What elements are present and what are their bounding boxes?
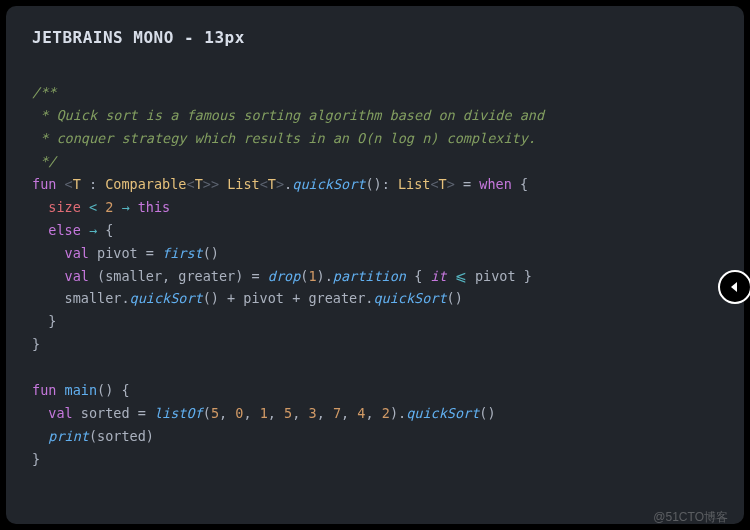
kw-fun: fun: [32, 176, 56, 192]
fn-main: main: [65, 382, 98, 398]
triangle-left-icon: [729, 281, 741, 293]
side-collapse-button[interactable]: [718, 270, 750, 304]
watermark: @51CTO博客: [653, 509, 728, 526]
comment-line: */: [32, 153, 56, 169]
code-block: /** * Quick sort is a famous sorting alg…: [32, 81, 718, 471]
comment-line: /**: [32, 84, 56, 100]
panel-title: JETBRAINS MONO - 13px: [32, 28, 718, 47]
comment-line: * conquer strategy which results in an O…: [32, 130, 536, 146]
code-preview-panel: JETBRAINS MONO - 13px /** * Quick sort i…: [6, 6, 744, 524]
comment-line: * Quick sort is a famous sorting algorit…: [32, 107, 544, 123]
fn-quicksort: quickSort: [292, 176, 365, 192]
